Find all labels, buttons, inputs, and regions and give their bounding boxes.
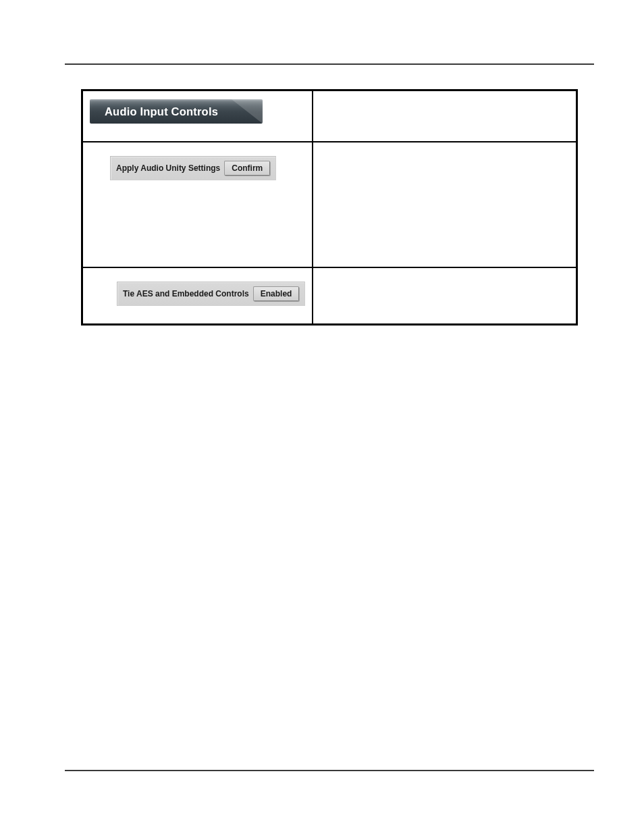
section-banner: Audio Input Controls <box>90 99 263 124</box>
divider-top <box>65 63 594 65</box>
apply-unity-desc-cell <box>313 142 576 267</box>
header-cell-left: Audio Input Controls <box>82 90 313 142</box>
controls-table: Audio Input Controls Apply Audio Unity S… <box>81 89 578 325</box>
tie-aes-label: Tie AES and Embedded Controls <box>123 289 249 298</box>
tie-aes-panel: Tie AES and Embedded Controls Enabled <box>117 282 305 306</box>
confirm-button[interactable]: Confirm <box>224 161 270 176</box>
tie-aes-desc-cell <box>313 267 576 325</box>
section-title: Audio Input Controls <box>105 105 218 118</box>
tie-aes-cell: Tie AES and Embedded Controls Enabled <box>82 267 313 325</box>
apply-unity-cell: Apply Audio Unity Settings Confirm <box>82 142 313 267</box>
header-cell-right <box>313 90 576 142</box>
divider-bottom <box>65 770 594 771</box>
apply-unity-label: Apply Audio Unity Settings <box>116 163 220 173</box>
enabled-button[interactable]: Enabled <box>253 286 300 301</box>
banner-accent <box>232 99 263 124</box>
apply-unity-panel: Apply Audio Unity Settings Confirm <box>110 156 276 180</box>
